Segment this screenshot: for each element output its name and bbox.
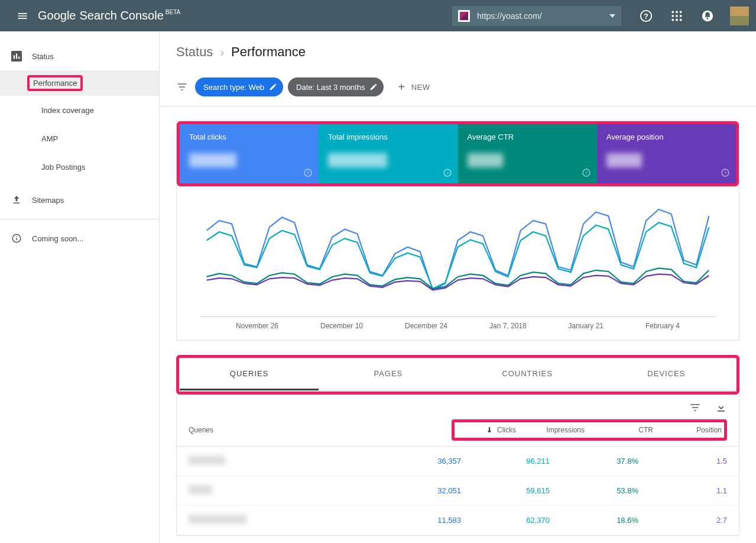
x-tick: Jan 7, 2018 <box>489 322 527 330</box>
metric-value-redacted <box>606 153 642 167</box>
svg-rect-17 <box>14 203 20 204</box>
metric-label: Average position <box>606 132 726 141</box>
metric-value-redacted <box>468 153 503 167</box>
apps-icon[interactable] <box>670 9 684 23</box>
svg-rect-14 <box>14 56 15 59</box>
sidebar-item-index-coverage[interactable]: Index coverage <box>0 96 159 124</box>
cell-clicks: 32,051 <box>372 486 461 495</box>
metric-total-clicks[interactable]: Total clicks ? <box>180 124 319 183</box>
help-icon[interactable]: ? <box>303 168 313 177</box>
metric-label: Total impressions <box>328 132 448 141</box>
pencil-icon <box>269 83 277 91</box>
th-ctr[interactable]: CTR <box>585 426 653 434</box>
sidebar: Status Performance Index coverage AMP Jo… <box>0 31 160 543</box>
sidebar-item-job-postings[interactable]: Job Postings <box>0 153 159 181</box>
tab-queries[interactable]: QUERIES <box>180 358 319 390</box>
highlight-tabs: QUERIES PAGES COUNTRIES DEVICES <box>176 355 739 395</box>
sidebar-item-amp[interactable]: AMP <box>0 124 159 153</box>
x-tick: February 4 <box>645 322 680 330</box>
svg-point-20 <box>16 236 17 237</box>
svg-text:?: ? <box>585 170 588 176</box>
sidebar-item-performance[interactable]: Performance <box>0 70 159 96</box>
new-filter-button[interactable]: + NEW <box>398 80 430 94</box>
info-icon <box>11 232 22 244</box>
x-tick: December 10 <box>320 322 363 330</box>
breadcrumb-current: Performance <box>231 44 306 60</box>
metric-average-ctr[interactable]: Average CTR ? <box>458 124 597 183</box>
highlight-metrics: Total clicks ? Total impressions ? <box>177 121 739 186</box>
filter-icon[interactable] <box>176 81 188 93</box>
chart: November 26 December 10 December 24 Jan … <box>177 186 739 340</box>
x-tick: December 24 <box>405 322 447 330</box>
help-icon[interactable]: ? <box>582 168 591 177</box>
svg-rect-16 <box>18 57 20 59</box>
svg-rect-7 <box>680 15 682 17</box>
metric-average-position[interactable]: Average position ? <box>597 124 736 183</box>
highlight-columns: Clicks Impressions CTR Position <box>452 419 727 441</box>
svg-rect-6 <box>676 15 677 17</box>
table-row[interactable]: 11,58362,37018.6%2.7 <box>177 506 739 535</box>
menu-icon[interactable] <box>15 9 30 23</box>
svg-rect-2 <box>672 11 674 12</box>
help-icon[interactable]: ? <box>721 168 730 177</box>
metric-value-redacted <box>328 153 387 167</box>
svg-rect-9 <box>676 19 677 21</box>
svg-rect-4 <box>680 11 682 12</box>
caret-down-icon <box>609 14 615 18</box>
chip-date[interactable]: Date: Last 3 months <box>288 77 384 96</box>
th-position[interactable]: Position <box>653 426 722 434</box>
separator <box>0 219 159 219</box>
arrow-down-icon <box>485 426 494 434</box>
chip-search-type[interactable]: Search type: Web <box>195 77 283 96</box>
logo-beta: BETA <box>166 9 180 15</box>
notifications-icon[interactable] <box>700 9 715 23</box>
app-logo: Google Search Console BETA <box>38 9 180 22</box>
tab-pages[interactable]: PAGES <box>319 358 458 390</box>
tab-countries[interactable]: COUNTRIES <box>458 358 597 390</box>
breadcrumb-status[interactable]: Status <box>176 44 213 60</box>
sidebar-item-sitemaps[interactable]: Sitemaps <box>0 186 159 214</box>
th-impressions[interactable]: Impressions <box>516 426 585 434</box>
cell-impressions: 62,370 <box>461 516 550 525</box>
sidebar-label: Index coverage <box>41 106 94 115</box>
cell-ctr: 53.8% <box>550 486 638 495</box>
cell-clicks: 11,583 <box>372 516 461 525</box>
help-icon[interactable]: ? <box>443 168 452 177</box>
new-label: NEW <box>411 83 430 92</box>
logo-google: Google <box>38 9 76 22</box>
svg-text:?: ? <box>446 170 449 176</box>
logo-product: Search Console <box>80 9 164 22</box>
th-queries: Queries <box>189 426 452 434</box>
tabs: QUERIES PAGES COUNTRIES DEVICES <box>180 358 736 391</box>
property-select[interactable]: https://yoast.com/ <box>452 6 621 26</box>
sidebar-label: Job Postings <box>41 163 85 172</box>
svg-rect-10 <box>680 19 682 21</box>
svg-text:?: ? <box>724 170 727 176</box>
highlight-performance: Performance <box>27 75 83 91</box>
th-clicks[interactable]: Clicks <box>457 426 516 434</box>
cell-ctr: 18.6% <box>550 516 638 525</box>
plus-icon: + <box>398 80 405 94</box>
help-icon[interactable]: ? <box>639 9 653 23</box>
table-row[interactable]: 36,35796,21137.8%1.5 <box>177 447 739 476</box>
user-avatar[interactable] <box>730 7 749 25</box>
sidebar-item-status[interactable]: Status <box>0 42 159 70</box>
table-actions <box>177 395 739 413</box>
table-row[interactable]: 32,05159,61553.8%1.1 <box>177 476 739 506</box>
sidebar-item-coming-soon: Coming soon... <box>0 224 159 253</box>
th-label: Clicks <box>497 426 516 434</box>
x-tick: November 26 <box>236 322 278 330</box>
table-filter-icon[interactable] <box>689 402 701 413</box>
table-card: Queries Clicks Impressions CTR Position <box>176 395 739 536</box>
metric-total-impressions[interactable]: Total impressions ? <box>319 124 458 183</box>
chevron-right-icon: › <box>220 46 224 59</box>
metric-value-redacted <box>189 153 236 167</box>
app-header: Google Search Console BETA https://yoast… <box>0 0 756 31</box>
svg-text:?: ? <box>644 11 648 20</box>
sidebar-label: Coming soon... <box>32 234 83 243</box>
download-icon[interactable] <box>715 402 727 413</box>
cell-impressions: 59,615 <box>461 486 550 495</box>
cell-position: 1.5 <box>638 457 727 466</box>
tab-devices[interactable]: DEVICES <box>597 358 736 390</box>
cell-position: 2.7 <box>638 516 727 525</box>
